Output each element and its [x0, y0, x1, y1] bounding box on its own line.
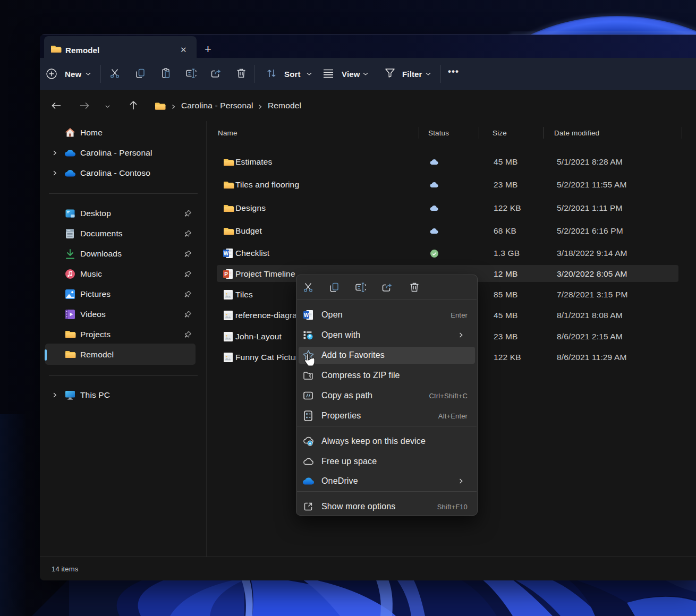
svg-text:W: W: [304, 312, 309, 318]
svg-text:W: W: [224, 251, 229, 256]
svg-text:P: P: [224, 271, 228, 277]
